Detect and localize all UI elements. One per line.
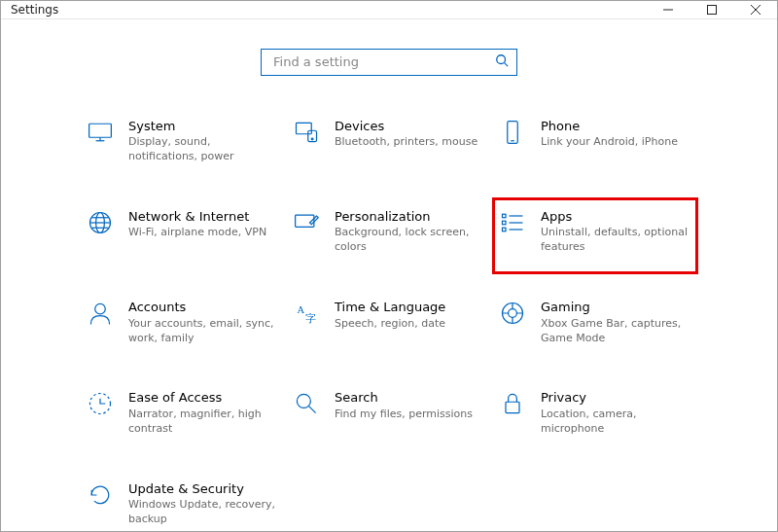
svg-point-32: [297, 395, 310, 408]
svg-point-11: [311, 138, 313, 140]
maximize-button[interactable]: [690, 1, 733, 18]
svg-rect-34: [506, 403, 519, 413]
svg-text:字: 字: [305, 312, 316, 324]
brush-icon: [292, 209, 321, 238]
tile-subtitle: Speech, region, date: [335, 317, 445, 332]
window-controls: [646, 1, 777, 18]
tile-title: Personalization: [335, 209, 486, 225]
tile-subtitle: Xbox Game Bar, captures, Game Mode: [541, 317, 692, 346]
category-grid: SystemDisplay, sound, notifications, pow…: [82, 115, 696, 531]
tile-subtitle: Wi-Fi, airplane mode, VPN: [128, 226, 266, 240]
tile-phone[interactable]: PhoneLink your Android, iPhone: [494, 115, 696, 168]
svg-rect-1: [707, 5, 716, 14]
tile-subtitle: Link your Android, iPhone: [541, 135, 678, 150]
person-icon: [86, 300, 115, 329]
ease-icon: [86, 390, 115, 419]
tile-devices[interactable]: DevicesBluetooth, printers, mouse: [288, 115, 490, 168]
language-icon: A字: [292, 300, 321, 329]
tile-title: Network & Internet: [128, 209, 266, 225]
search-input[interactable]: [271, 53, 495, 70]
tile-subtitle: Narrator, magnifier, high contrast: [128, 408, 280, 437]
tile-time-language[interactable]: A字 Time & LanguageSpeech, region, date: [288, 296, 490, 349]
svg-line-33: [309, 407, 316, 413]
tile-subtitle: Bluetooth, printers, mouse: [335, 135, 477, 150]
tile-title: System: [128, 119, 280, 134]
tile-title: Apps: [541, 209, 692, 225]
close-button[interactable]: [733, 1, 777, 18]
tile-privacy[interactable]: PrivacyLocation, camera, microphone: [494, 386, 696, 440]
tile-title: Gaming: [541, 300, 692, 315]
tile-apps[interactable]: AppsUninstall, defaults, optional featur…: [494, 199, 696, 272]
tile-system[interactable]: SystemDisplay, sound, notifications, pow…: [82, 115, 284, 168]
tile-accounts[interactable]: AccountsYour accounts, email, sync, work…: [82, 296, 284, 349]
system-icon: [86, 119, 115, 148]
svg-rect-12: [508, 121, 518, 143]
tile-title: Search: [335, 390, 473, 406]
tile-title: Ease of Access: [128, 390, 280, 406]
svg-rect-6: [89, 124, 112, 137]
window-title: Settings: [1, 3, 58, 17]
gaming-icon: [498, 300, 527, 329]
tile-update-security[interactable]: Update & SecurityWindows Update, recover…: [82, 478, 284, 531]
minimize-button[interactable]: [646, 1, 690, 18]
tile-title: Phone: [541, 119, 678, 134]
tile-gaming[interactable]: GamingXbox Game Bar, captures, Game Mode: [494, 296, 696, 349]
tile-subtitle: Background, lock screen, colors: [335, 226, 486, 255]
svg-text:A: A: [297, 304, 304, 315]
tile-subtitle: Uninstall, defaults, optional features: [541, 226, 692, 255]
devices-icon: [292, 119, 321, 148]
tile-subtitle: Windows Update, recovery, backup: [128, 498, 280, 527]
tile-network[interactable]: Network & InternetWi-Fi, airplane mode, …: [82, 205, 284, 259]
titlebar: Settings: [1, 1, 777, 19]
tile-personalization[interactable]: PersonalizationBackground, lock screen, …: [288, 205, 490, 259]
tile-title: Devices: [335, 119, 477, 134]
svg-rect-21: [503, 221, 507, 225]
settings-window: Settings SystemDisplay, sound, notificat…: [0, 0, 778, 532]
phone-icon: [498, 119, 527, 148]
search-box[interactable]: [261, 49, 517, 76]
update-icon: [86, 481, 115, 511]
svg-point-30: [509, 309, 517, 318]
svg-rect-20: [503, 214, 507, 218]
tile-title: Time & Language: [335, 300, 445, 315]
settings-body: SystemDisplay, sound, notifications, pow…: [1, 19, 777, 531]
svg-point-4: [497, 55, 506, 64]
tile-title: Privacy: [541, 390, 692, 406]
tile-title: Accounts: [128, 300, 280, 315]
search-icon: [495, 53, 509, 71]
tile-subtitle: Location, camera, microphone: [541, 408, 692, 437]
svg-rect-22: [503, 228, 507, 231]
svg-point-26: [95, 304, 106, 315]
tile-ease-of-access[interactable]: Ease of AccessNarrator, magnifier, high …: [82, 386, 284, 440]
magnifier-icon: [292, 390, 321, 419]
tile-subtitle: Find my files, permissions: [335, 408, 473, 422]
tile-title: Update & Security: [128, 481, 280, 497]
svg-line-5: [505, 63, 509, 67]
tile-subtitle: Display, sound, notifications, power: [128, 135, 280, 164]
lock-icon: [498, 390, 527, 419]
apps-icon: [498, 209, 527, 238]
svg-rect-9: [297, 123, 312, 133]
tile-search[interactable]: SearchFind my files, permissions: [288, 386, 490, 440]
globe-icon: [86, 209, 115, 238]
tile-subtitle: Your accounts, email, sync, work, family: [128, 317, 280, 346]
